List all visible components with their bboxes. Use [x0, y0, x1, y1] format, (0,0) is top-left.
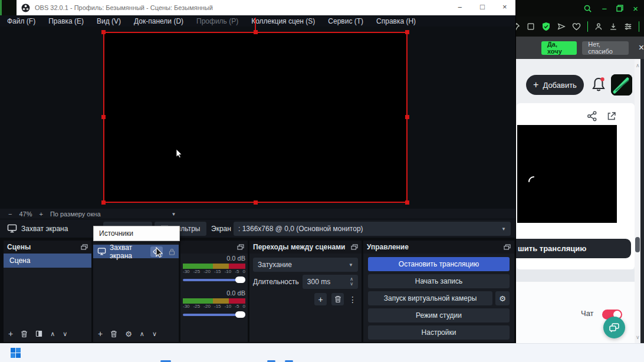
handle-top-right[interactable]: [405, 30, 409, 34]
obs-close-button[interactable]: ×: [502, 3, 507, 11]
browser-minimize-button[interactable]: −: [602, 4, 607, 13]
browser-restore-button[interactable]: [616, 5, 623, 12]
slider-knob[interactable]: [235, 277, 245, 283]
handle-bottom-left[interactable]: [101, 200, 106, 205]
browser-search-icon[interactable]: [583, 4, 592, 13]
menu-docks[interactable]: Док-панели (D): [134, 17, 183, 25]
virtual-camera-button[interactable]: Запуск виртуальной камеры: [368, 291, 492, 305]
end-stream-button[interactable]: шить трансляцию: [505, 239, 631, 258]
download-icon[interactable]: [609, 22, 617, 31]
obs-minimize-button[interactable]: −: [458, 4, 462, 11]
remove-source-button[interactable]: [110, 330, 117, 338]
avatar[interactable]: [611, 74, 632, 96]
menu-file[interactable]: Файл (F): [7, 17, 35, 25]
active-source-label: Захват экрана: [21, 225, 68, 233]
screen-select[interactable]: : 1366x768 @ 0,0 (Основной монитор) ▼: [234, 222, 511, 236]
source-properties-button[interactable]: ⚙: [125, 330, 132, 338]
zoom-in-button[interactable]: +: [39, 210, 42, 218]
display-capture-icon: [97, 248, 106, 255]
plus-icon: +: [533, 80, 538, 90]
mouse-cursor: [156, 247, 163, 258]
add-transition-button[interactable]: +: [314, 293, 327, 305]
handle-mid-right[interactable]: [405, 115, 409, 119]
volume-slider-1[interactable]: [183, 279, 245, 281]
controls-title: Управление: [367, 243, 409, 251]
notification-close-icon[interactable]: ×: [639, 42, 644, 53]
duration-spinbox[interactable]: 300 ms ∧ ∨: [303, 275, 358, 289]
accept-button[interactable]: Да, хочу: [541, 41, 577, 55]
source-lock-icon[interactable]: [169, 248, 175, 255]
meter1-ticks: -30-25-20-15-10-50: [183, 269, 245, 274]
scroll-down-icon[interactable]: ∨: [636, 335, 640, 340]
dock-popout-icon[interactable]: [504, 244, 511, 250]
snapshot-icon[interactable]: [527, 22, 535, 31]
transition-type-select[interactable]: Затухание ▼: [253, 258, 358, 272]
heart-icon[interactable]: [572, 22, 581, 31]
bell-icon[interactable]: [591, 76, 606, 93]
video-player[interactable]: [517, 125, 617, 223]
stop-stream-button[interactable]: Остановить трансляцию: [368, 257, 510, 271]
shield-badge-icon[interactable]: [541, 22, 551, 31]
browser-close-button[interactable]: ×: [633, 4, 638, 13]
browser-scrollbar[interactable]: [635, 59, 640, 343]
move-source-up-button[interactable]: ∧: [140, 331, 144, 337]
send-icon[interactable]: [557, 22, 566, 31]
caret-down-icon[interactable]: ▼: [172, 212, 176, 217]
menu-scene-collection[interactable]: Коллекция сцен (S): [251, 17, 315, 25]
dock-popout-icon[interactable]: [237, 244, 244, 250]
add-button[interactable]: + Добавить: [526, 75, 584, 95]
transition-menu-button[interactable]: ⋮: [349, 295, 357, 304]
move-source-down-button[interactable]: ∨: [152, 331, 157, 337]
scrollbar-thumb[interactable]: [635, 237, 640, 252]
spin-down-icon[interactable]: ∨: [350, 282, 353, 287]
share-icon[interactable]: [587, 111, 597, 121]
desktop: − × Да, хочу: [0, 0, 644, 362]
duplicate-scene-button[interactable]: [35, 330, 42, 337]
external-link-icon[interactable]: [606, 111, 617, 121]
handle-top-left[interactable]: [101, 30, 106, 34]
meter1-db: 0.0 dB: [183, 255, 245, 262]
zoom-out-button[interactable]: −: [8, 210, 12, 218]
handle-bottom-right[interactable]: [405, 200, 409, 205]
start-record-button[interactable]: Начать запись: [368, 274, 510, 288]
add-source-button[interactable]: +: [98, 330, 103, 338]
profile-icon[interactable]: [594, 22, 603, 31]
obs-menubar: Файл (F) Правка (E) Вид (V) Док-панели (…: [0, 15, 515, 27]
add-scene-button[interactable]: +: [8, 330, 13, 338]
slider-knob[interactable]: [235, 311, 245, 318]
remove-transition-button[interactable]: [331, 293, 344, 305]
zoom-bar: − 47% + По размеру окна ▼: [0, 209, 515, 219]
obs-maximize-button[interactable]: □: [480, 3, 485, 11]
source-list-item[interactable]: Захват экрана: [93, 245, 179, 258]
menu-profile[interactable]: Профиль (P): [196, 17, 238, 25]
menu-view[interactable]: Вид (V): [97, 17, 121, 25]
screen-select-value: : 1366x768 @ 0,0 (Основной монитор): [238, 225, 501, 233]
scene-list-item[interactable]: Сцена: [4, 254, 91, 268]
chat-fab-button[interactable]: [603, 317, 625, 338]
menu-help[interactable]: Справка (H): [376, 17, 416, 25]
settings-button[interactable]: Настройки: [368, 325, 510, 340]
handle-mid-left[interactable]: [101, 115, 106, 119]
dock-popout-icon[interactable]: [351, 244, 358, 250]
dock-popout-icon[interactable]: [81, 244, 88, 250]
obs-logo-icon: [21, 4, 30, 12]
move-scene-up-button[interactable]: ∧: [50, 331, 55, 337]
browser-edge: [640, 59, 644, 343]
zoom-fit-select[interactable]: По размеру окна: [50, 210, 101, 218]
studio-mode-button[interactable]: Режим студии: [368, 308, 510, 322]
decline-button[interactable]: Нет, спасибо: [582, 41, 628, 55]
volume-slider-2[interactable]: [183, 314, 245, 316]
settings-sliders-icon[interactable]: [624, 22, 632, 31]
menu-tools[interactable]: Сервис (T): [328, 17, 363, 25]
caret-down-icon: ▼: [501, 226, 506, 232]
virtual-camera-config-button[interactable]: ⚙: [495, 291, 510, 305]
scroll-up-icon[interactable]: ∧: [636, 63, 640, 68]
handle-bottom-center[interactable]: [254, 200, 258, 205]
handle-top-center[interactable]: [254, 30, 258, 34]
remove-scene-button[interactable]: [21, 330, 28, 338]
menu-edit[interactable]: Правка (E): [48, 17, 84, 25]
preview-canvas[interactable]: [103, 32, 408, 203]
window-title: OBS 32.0.1 - Профиль: Безымянный - Сцены…: [35, 4, 213, 11]
start-button[interactable]: [11, 348, 21, 358]
move-scene-down-button[interactable]: ∨: [63, 331, 67, 337]
